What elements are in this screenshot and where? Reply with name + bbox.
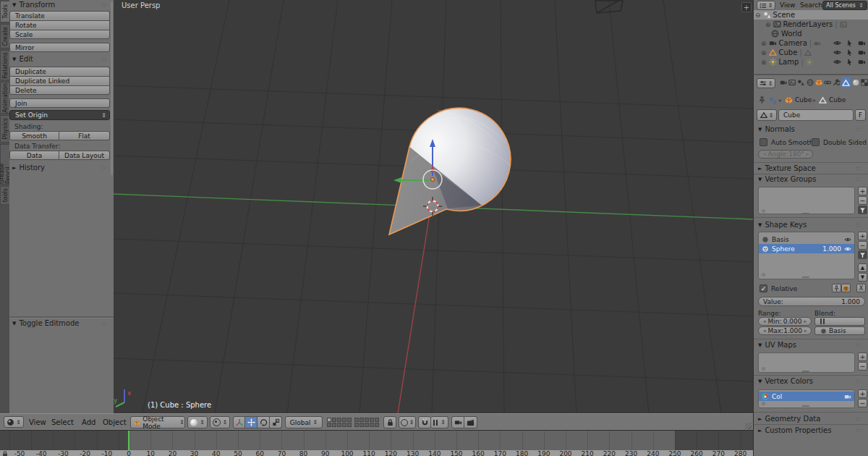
panel-drag-dots[interactable]: ∷ [856,342,861,349]
duplicate-linked-button[interactable]: Duplicate Linked [9,76,110,85]
layer-toggle[interactable] [337,418,341,422]
header-resize-grip[interactable] [745,423,752,429]
manipulator-rotate-toggle[interactable] [258,416,270,428]
scale-button[interactable]: Scale [9,30,110,39]
mesh-name-field[interactable]: Cube [778,109,854,121]
mode-dropdown[interactable]: Object Mode ⇕ [130,416,185,428]
tab-physics[interactable]: Physics [0,115,9,143]
decrement-icon[interactable]: ◂ [763,318,766,324]
tab-constraints[interactable] [824,78,831,87]
vertex-color-row-col[interactable]: Col [759,392,854,401]
layer-toggle[interactable] [342,423,346,427]
section-custom-properties[interactable]: ►Custom Properties [758,426,831,434]
shape-key-row-sphere[interactable]: Sphere 1.000 [759,244,854,253]
viewport-shading-dropdown[interactable]: ⇕ [187,416,208,428]
fake-user-button[interactable]: F [855,109,866,121]
layer-toggle[interactable] [347,423,352,427]
layers-widget-group-1[interactable] [327,418,352,427]
layer-toggle[interactable] [359,423,364,427]
rotate-button[interactable]: Rotate [9,20,110,30]
layer-toggle[interactable] [370,418,374,422]
render-restrict-icon[interactable] [858,58,866,66]
vertex-group-add-button[interactable]: + [858,187,867,195]
shape-key-clear-button[interactable]: X [856,284,866,292]
angle-field[interactable]: ◂ Angle: 180° ▸ [758,150,813,159]
tab-modifiers[interactable] [833,78,840,87]
tree-expander-icon[interactable]: ⊖ [755,12,761,19]
decrement-icon[interactable]: ◂ [763,328,766,334]
proportional-edit-dropdown[interactable]: ⇕ [399,416,416,428]
vertex-groups-list[interactable]: ══ ⊕ [758,187,855,214]
layer-toggle[interactable] [365,418,369,422]
blend-basis-dropdown[interactable]: Basis [814,326,865,335]
vertex-colors-list[interactable]: Col ══ ⊕ [758,389,855,408]
tab-material[interactable] [852,78,859,87]
pivot-point-dropdown[interactable]: ⇕ [210,416,230,428]
snap-element-dropdown[interactable]: ⇕ [431,416,448,428]
panel-drag-dots[interactable]: ∷ [856,126,861,133]
outliner-menu-view[interactable]: View [780,1,795,9]
increment-icon[interactable]: ▸ [804,318,807,324]
vertex-color-add-button[interactable]: + [858,389,867,398]
tab-grease-pencil[interactable]: Grease Pencil [0,144,9,185]
region-expand-button[interactable]: + [741,2,752,12]
tab-tools[interactable]: Tools [0,1,9,22]
tab-animation[interactable]: Animation [0,82,9,114]
menu-add[interactable]: Add [82,418,95,426]
tab-render[interactable] [780,78,787,87]
layer-toggle[interactable] [354,423,359,427]
menu-view[interactable]: View [29,418,46,426]
manipulator-axis-toggle[interactable] [233,416,245,428]
translate-button[interactable]: Translate [9,11,110,20]
tab-create[interactable]: Create [0,24,9,48]
snap-toggle-button[interactable] [418,416,431,428]
section-vertex-colors[interactable]: ▼Vertex Colors [758,377,813,385]
tree-expander-icon[interactable]: ⊕ [761,59,767,66]
panel-drag-dots[interactable]: ∷ [102,1,107,9]
duplicate-button[interactable]: Duplicate [9,67,110,76]
shape-key-move-down-button[interactable]: ▼ [858,273,867,282]
uv-map-remove-button[interactable]: − [858,362,867,371]
timeline-ruler[interactable]: -50-40-30-20-100102030405060708090100110… [0,450,753,456]
uv-map-add-button[interactable]: + [858,352,867,361]
blend-vertex-group-dropdown[interactable] [814,317,865,326]
shape-key-add-button[interactable]: + [858,232,867,240]
shape-key-specials-button[interactable] [858,250,867,259]
set-origin-dropdown[interactable]: Set Origin⇕ [9,110,110,120]
selectable-cursor-icon[interactable] [846,39,854,47]
menu-object[interactable]: Object [103,418,127,426]
panel-header-history[interactable]: ►History [12,164,45,172]
layer-toggle[interactable] [332,418,336,422]
relative-checkbox[interactable]: ✓ [760,284,767,292]
uv-maps-list[interactable]: ══ ⊕ [758,352,855,373]
opengl-render-button[interactable] [451,416,464,428]
range-max-field[interactable]: ◂ Max: 1.000 ▸ [758,326,812,335]
selectable-cursor-icon[interactable] [846,58,854,66]
shape-key-row-basis[interactable]: Basis [759,235,854,244]
hide-eye-icon[interactable] [833,58,841,66]
render-restrict-icon[interactable] [858,48,866,56]
render-restrict-icon[interactable] [858,39,866,47]
layer-toggle[interactable] [327,418,331,422]
tab-object[interactable] [815,78,822,87]
vertex-group-specials-button[interactable] [858,206,867,214]
shape-key-pin-button[interactable] [832,284,841,292]
tab-tools-2[interactable]: tools [0,186,9,205]
outliner-item-world[interactable]: World [755,29,868,38]
layer-toggle[interactable] [327,423,331,427]
layer-toggle[interactable] [375,423,379,427]
layer-toggle[interactable] [342,418,346,422]
panel-header-edit[interactable]: ▼Edit [12,55,33,63]
breadcrumb-object[interactable]: Cube [795,96,812,104]
section-vertex-groups[interactable]: ▼Vertex Groups [758,175,816,183]
layer-toggle[interactable] [375,418,379,422]
double-sided-checkbox[interactable] [812,138,820,146]
mute-eye-icon[interactable] [844,236,851,243]
section-geometry-data[interactable]: ►Geometry Data [758,415,820,423]
layer-toggle[interactable] [354,418,359,422]
timeline[interactable]: -50-40-30-20-100102030405060708090100110… [0,431,753,456]
tab-world[interactable] [807,78,814,87]
mirror-button[interactable]: Mirror [9,43,110,52]
pin-icon[interactable] [758,96,766,104]
layer-toggle[interactable] [332,423,336,427]
